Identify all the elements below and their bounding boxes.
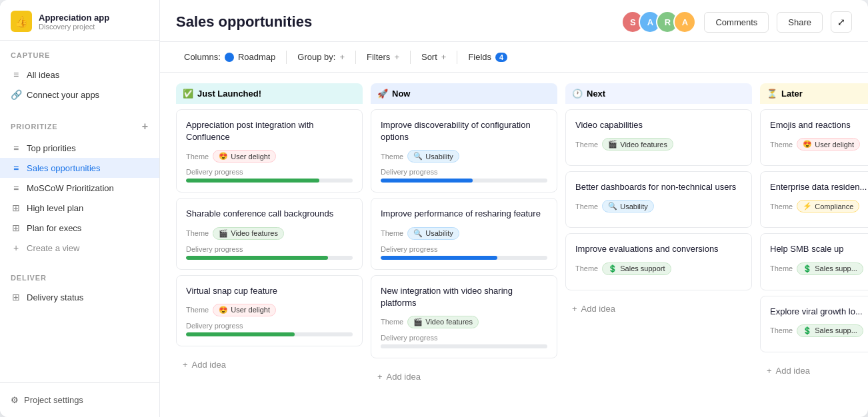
theme-icon: 💲	[608, 264, 617, 273]
toolbar: Columns: Roadmap Group by: + Filters + S…	[160, 42, 868, 73]
card-theme-badge: 💲 Sales support	[602, 262, 671, 275]
card-theme-badge: 😍 User delight	[213, 304, 276, 316]
card-enterprise-data[interactable]: Enterprise data residen... Theme ⚡ Compl…	[760, 171, 868, 228]
sidebar: 👍 Appreciation app Discovery project CAP…	[0, 0, 160, 417]
page-title: Sales opportunities	[176, 13, 312, 31]
card-dashboards[interactable]: Better dashboards for non-technical user…	[565, 171, 752, 228]
theme-icon: 🔍	[413, 152, 423, 161]
sidebar-item-create-view[interactable]: + Create a view	[0, 238, 159, 258]
progress-bar-fill	[381, 256, 497, 260]
progress-label: Delivery progress	[186, 322, 353, 330]
plus-icon: +	[572, 304, 577, 314]
plus-icon: +	[11, 242, 21, 253]
card-meta: Theme 💲 Sales supp...	[770, 324, 868, 337]
sidebar-item-delivery-status[interactable]: ⊞ Delivery status	[0, 287, 159, 307]
card-video-capabilities[interactable]: Video capabilities Theme 🎬 Video feature…	[565, 109, 752, 166]
add-idea-label: Add idea	[387, 372, 421, 382]
fields-label: Fields	[468, 52, 491, 62]
sidebar-bottom: ⚙ Project settings	[0, 382, 159, 417]
toolbar-group-by[interactable]: Group by: +	[289, 49, 353, 65]
card-snap-cup[interactable]: Virtual snap cup feature Theme 😍 User de…	[176, 275, 363, 346]
add-idea-label: Add idea	[776, 366, 810, 376]
progress-bar-bg	[381, 344, 547, 348]
filters-plus: +	[394, 52, 399, 62]
deliver-label: DELIVER	[0, 274, 159, 287]
card-progress: Delivery progress	[186, 168, 353, 183]
grid-icon: ⊞	[11, 222, 21, 233]
card-conference-backgrounds[interactable]: Sharable conference call backgrounds The…	[176, 198, 363, 269]
progress-bar-fill	[186, 179, 319, 183]
sidebar-item-plan-execs[interactable]: ⊞ Plan for execs	[0, 218, 159, 238]
link-icon: 🔗	[11, 89, 21, 100]
card-viral-growth[interactable]: Explore viral growth lo... Theme 💲 Sales…	[760, 296, 868, 352]
comments-button[interactable]: Comments	[704, 12, 769, 33]
progress-bar-bg	[186, 179, 353, 183]
toolbar-fields[interactable]: Fields 4	[460, 49, 515, 65]
sidebar-item-high-level-plan[interactable]: ⊞ High level plan	[0, 198, 159, 218]
theme-label: Theme	[770, 203, 793, 210]
progress-label: Delivery progress	[186, 168, 353, 176]
toolbar-sort[interactable]: Sort +	[413, 49, 454, 65]
list-icon: ≡	[11, 163, 21, 173]
expand-button[interactable]: ⤢	[831, 11, 852, 33]
sidebar-header: 👍 Appreciation app Discovery project	[0, 0, 159, 41]
card-progress: Delivery progress	[381, 334, 547, 348]
gear-icon: ⚙	[11, 395, 19, 405]
sidebar-app-info: Appreciation app Discovery project	[39, 13, 109, 31]
card-title: Sharable conference call backgrounds	[186, 208, 353, 220]
add-idea-just-launched[interactable]: + Add idea	[176, 354, 363, 375]
theme-label: Theme	[575, 264, 598, 272]
next-icon: 🕐	[572, 89, 583, 99]
toolbar-columns[interactable]: Columns: Roadmap	[176, 49, 283, 65]
sidebar-item-top-priorities[interactable]: ≡ Top priorities	[0, 138, 159, 158]
plus-icon: +	[183, 360, 188, 370]
theme-label: Theme	[186, 153, 209, 161]
sidebar-app-name: Appreciation app	[39, 13, 109, 23]
card-discoverability[interactable]: Improve discoverability of configuration…	[371, 109, 557, 193]
group-by-label: Group by:	[297, 52, 335, 62]
sidebar-settings[interactable]: ⚙ Project settings	[11, 391, 149, 409]
card-resharing-perf[interactable]: Improve performance of resharing feature…	[371, 198, 557, 269]
share-button[interactable]: Share	[777, 12, 823, 33]
add-idea-later[interactable]: + Add idea	[760, 360, 868, 381]
theme-icon: 🔍	[608, 202, 617, 210]
card-smb[interactable]: Help SMB scale up Theme 💲 Sales supp...	[760, 233, 868, 290]
sidebar-item-moscow[interactable]: ≡ MoSCoW Prioritization	[0, 178, 159, 198]
prioritize-add-icon[interactable]: +	[142, 121, 149, 133]
prioritize-label: PRIORITIZE +	[0, 121, 159, 138]
card-title: Better dashboards for non-technical user…	[575, 181, 742, 193]
theme-label: Theme	[575, 141, 598, 149]
group-by-plus: +	[339, 52, 345, 62]
card-theme-badge: ⚡ Compliance	[797, 200, 859, 212]
card-theme-badge: 😍 User delight	[797, 138, 860, 151]
list-icon: ≡	[11, 69, 21, 80]
card-title: Improve discoverability of configuration…	[381, 119, 547, 143]
add-idea-next[interactable]: + Add idea	[565, 298, 752, 319]
progress-label: Delivery progress	[381, 245, 547, 253]
add-idea-label: Add idea	[581, 304, 615, 314]
card-appreciation-confluence[interactable]: Appreciation post integration with Confl…	[176, 109, 363, 193]
toolbar-filters[interactable]: Filters +	[359, 49, 407, 65]
theme-icon: 🔍	[413, 229, 423, 238]
theme-icon: 🎬	[413, 318, 423, 326]
card-emojis[interactable]: Emojis and reactions Theme 😍 User deligh…	[760, 109, 868, 166]
deliver-section: DELIVER ⊞ Delivery status	[0, 263, 159, 312]
theme-icon: 💲	[803, 326, 812, 335]
card-title: Improve performance of resharing feature	[381, 208, 547, 220]
avatar-a2: A	[673, 11, 696, 33]
sidebar-item-sales-opportunities[interactable]: ≡ Sales opportunities	[0, 158, 159, 178]
add-idea-label: Add idea	[192, 360, 226, 370]
just-launched-title: Just Launched!	[197, 89, 261, 99]
sidebar-item-connect-apps[interactable]: 🔗 Connect your apps	[0, 85, 159, 105]
add-idea-now[interactable]: + Add idea	[371, 366, 557, 387]
progress-bar-bg	[381, 256, 547, 260]
sidebar-item-all-ideas[interactable]: ≡ All ideas	[0, 65, 159, 85]
card-video-integration[interactable]: New integration with video sharing platf…	[371, 275, 557, 358]
theme-text: Usability	[425, 229, 453, 237]
theme-label: Theme	[770, 141, 793, 149]
column-header-next: 🕐 Next	[565, 83, 752, 104]
card-evaluations[interactable]: Improve evaluations and conversions Them…	[565, 233, 752, 290]
theme-label: Theme	[381, 153, 403, 161]
card-title: Improve evaluations and conversions	[575, 243, 742, 255]
theme-text: Sales supp...	[815, 326, 857, 334]
